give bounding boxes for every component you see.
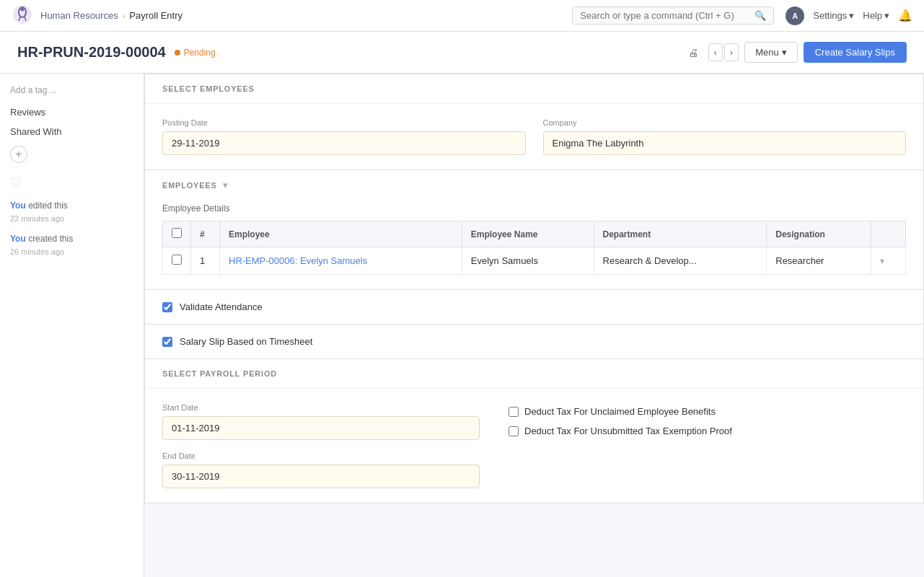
- company-label: Company: [543, 118, 907, 127]
- print-button[interactable]: 🖨: [684, 44, 703, 61]
- employee-table: # Employee Employee Name Department Desi…: [162, 221, 906, 275]
- top-navigation: Human Resources › Payroll Entry 🔍 A Sett…: [0, 0, 924, 32]
- table-header-row: # Employee Employee Name Department Desi…: [163, 221, 906, 247]
- add-tag-button[interactable]: Add a tag ...: [10, 85, 133, 95]
- menu-chevron-icon: ▾: [782, 47, 787, 58]
- row-designation: Researcher: [767, 247, 871, 275]
- deduct-unclaimed-label[interactable]: Deduct Tax For Unclaimed Employee Benefi…: [524, 406, 716, 417]
- employees-section: EMPLOYEES ▾ Employee Details # Employee …: [144, 170, 924, 290]
- payroll-period-title: SELECT PAYROLL PERIOD: [162, 369, 277, 378]
- start-date-input[interactable]: [162, 416, 480, 440]
- payroll-deductions: Deduct Tax For Unclaimed Employee Benefi…: [509, 403, 906, 488]
- activity-action-1: created this: [28, 234, 73, 244]
- sidebar: Add a tag ... Reviews Shared With + ♡ Yo…: [0, 74, 144, 577]
- settings-label: Settings: [813, 10, 847, 21]
- page-title-area: HR-PRUN-2019-00004 Pending: [17, 44, 216, 61]
- employee-table-container: Employee Details # Employee Employee Nam…: [145, 201, 923, 289]
- posting-date-group: Posting Date: [162, 118, 526, 155]
- settings-button[interactable]: Settings ▾: [813, 10, 854, 21]
- topnav-right: A Settings ▾ Help ▾ 🔔: [786, 6, 912, 25]
- page-title: HR-PRUN-2019-00004: [17, 44, 166, 61]
- posting-date-label: Posting Date: [162, 118, 526, 127]
- end-date-group: End Date: [162, 452, 480, 488]
- avatar[interactable]: A: [786, 6, 804, 25]
- payroll-period-section: SELECT PAYROLL PERIOD Start Date End Dat…: [144, 359, 924, 503]
- table-row: 1 HR-EMP-00006: Evelyn Samuels Evelyn Sa…: [163, 247, 906, 275]
- nav-arrows: ‹ ›: [708, 43, 739, 61]
- deduct-unclaimed-checkbox[interactable]: [509, 407, 519, 417]
- row-checkbox[interactable]: [172, 255, 182, 265]
- row-employee-name: Evelyn Samuels: [462, 247, 594, 275]
- activity-action-0: edited this: [28, 201, 68, 211]
- employees-title: EMPLOYEES: [162, 181, 217, 190]
- add-shared-button[interactable]: +: [10, 146, 27, 163]
- salary-slip-timesheet-checkbox[interactable]: [162, 337, 172, 347]
- search-input[interactable]: [580, 10, 752, 21]
- select-employees-form: Posting Date Company: [145, 104, 923, 169]
- activity-actor-0: You: [10, 201, 26, 211]
- header-num: #: [191, 221, 220, 247]
- company-input[interactable]: [543, 131, 907, 155]
- posting-date-input[interactable]: [162, 131, 526, 155]
- header-checkbox-cell: [163, 221, 191, 247]
- notification-bell-icon[interactable]: 🔔: [898, 9, 912, 22]
- start-date-group: Start Date: [162, 403, 480, 440]
- payroll-form: Start Date End Date Deduct Tax For Uncla…: [145, 389, 923, 503]
- deduct-row-1: Deduct Tax For Unclaimed Employee Benefi…: [509, 406, 906, 417]
- status-badge: Pending: [175, 48, 216, 58]
- salary-slip-timesheet-label[interactable]: Salary Slip Based on Timesheet: [180, 336, 312, 347]
- company-group: Company: [543, 118, 907, 155]
- main-content: SELECT EMPLOYEES Posting Date Company EM…: [144, 74, 924, 577]
- help-chevron-icon: ▾: [884, 10, 889, 21]
- search-bar[interactable]: 🔍: [572, 6, 774, 25]
- activity-time-1: 26 minutes ago: [10, 247, 64, 256]
- app-logo[interactable]: [12, 4, 33, 27]
- search-icon: 🔍: [754, 10, 766, 21]
- row-expand-icon[interactable]: ▾: [880, 256, 884, 266]
- select-employees-section: SELECT EMPLOYEES Posting Date Company: [144, 74, 924, 170]
- status-dot: [175, 50, 180, 56]
- activity-item-1: You created this 26 minutes ago: [10, 232, 133, 258]
- select-all-checkbox[interactable]: [172, 228, 182, 238]
- status-label: Pending: [184, 48, 216, 58]
- salary-slip-timesheet-section: Salary Slip Based on Timesheet: [144, 325, 924, 359]
- breadcrumb-payroll-entry: Payroll Entry: [129, 10, 182, 21]
- employees-chevron-icon: ▾: [223, 180, 228, 190]
- start-date-label: Start Date: [162, 403, 480, 412]
- favorite-icon[interactable]: ♡: [10, 175, 133, 190]
- breadcrumb-separator-1: ›: [123, 12, 126, 20]
- validate-attendance-label[interactable]: Validate Attendance: [180, 301, 263, 312]
- help-button[interactable]: Help ▾: [863, 10, 889, 21]
- deduct-unsubmitted-checkbox[interactable]: [509, 426, 519, 436]
- help-label: Help: [863, 10, 882, 21]
- activity-actor-1: You: [10, 234, 26, 244]
- end-date-input[interactable]: [162, 464, 480, 488]
- header-actions: [871, 221, 906, 247]
- sidebar-reviews-section: Reviews: [10, 107, 133, 118]
- header-employee: Employee: [220, 221, 462, 247]
- settings-chevron-icon: ▾: [849, 10, 854, 21]
- deduct-unsubmitted-label[interactable]: Deduct Tax For Unsubmitted Tax Exemption…: [524, 426, 732, 436]
- row-num: 1: [191, 247, 220, 275]
- next-record-button[interactable]: ›: [724, 43, 739, 61]
- prev-record-button[interactable]: ‹: [708, 43, 723, 61]
- validate-attendance-checkbox[interactable]: [162, 302, 172, 312]
- activity-time-0: 22 minutes ago: [10, 214, 64, 223]
- row-employee: HR-EMP-00006: Evelyn Samuels: [220, 247, 462, 275]
- create-salary-slips-button[interactable]: Create Salary Slips: [804, 42, 907, 63]
- breadcrumb-human-resources[interactable]: Human Resources: [40, 10, 118, 21]
- end-date-label: End Date: [162, 452, 480, 460]
- payroll-dates: Start Date End Date: [162, 403, 480, 488]
- employees-header[interactable]: EMPLOYEES ▾: [145, 170, 923, 201]
- row-checkbox-cell: [163, 247, 191, 275]
- header-employee-name: Employee Name: [462, 221, 594, 247]
- select-employees-title: SELECT EMPLOYEES: [162, 84, 255, 93]
- menu-label: Menu: [755, 47, 779, 58]
- employee-link[interactable]: HR-EMP-00006: Evelyn Samuels: [229, 255, 367, 266]
- header-actions: 🖨 ‹ › Menu ▾ Create Salary Slips: [684, 42, 907, 63]
- payroll-period-header: SELECT PAYROLL PERIOD: [145, 359, 923, 389]
- menu-button[interactable]: Menu ▾: [744, 42, 798, 63]
- svg-point-2: [21, 8, 25, 12]
- breadcrumb: Human Resources › Payroll Entry: [40, 10, 182, 21]
- row-action-cell: ▾: [871, 247, 906, 275]
